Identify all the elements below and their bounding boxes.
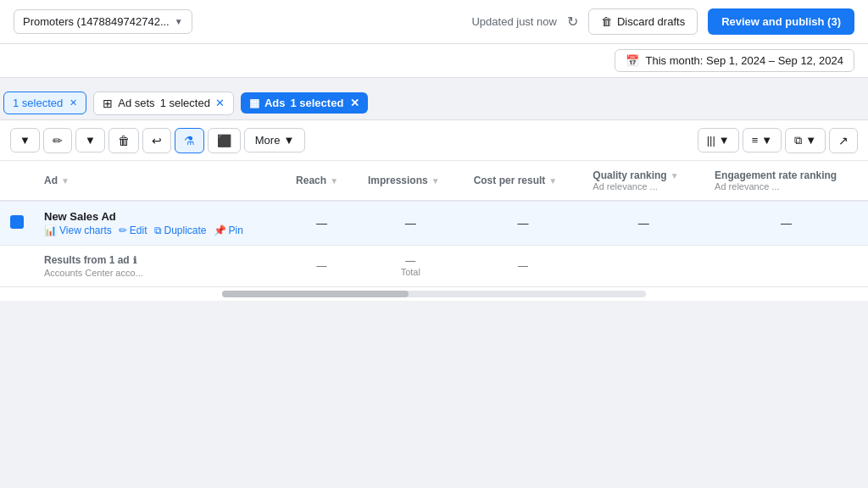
col-label-cost: Cost per result xyxy=(474,175,546,186)
col-sub-quality: Ad relevance ... xyxy=(593,181,694,191)
results-reach: — xyxy=(286,246,358,287)
reports-chevron: ▼ xyxy=(805,134,816,147)
sort-arrow-quality: ▼ xyxy=(670,171,679,180)
pin-btn[interactable]: 📌 Pin xyxy=(214,225,243,236)
adsets-filter-chip[interactable]: ⊞ Ad sets 1 selected ✕ xyxy=(93,92,234,115)
export-button[interactable]: ↗ xyxy=(829,128,858,153)
ads-table: Ad ▼ Reach ▼ Impressions ▼ xyxy=(0,161,868,287)
results-quality xyxy=(582,246,704,287)
calendar-icon: 📅 xyxy=(626,54,639,67)
reports-button[interactable]: ⧉ ▼ xyxy=(785,128,826,153)
edit-icon: ✏ xyxy=(119,225,127,236)
col-header-ad[interactable]: Ad ▼ xyxy=(34,161,286,201)
date-bar: 📅 This month: Sep 1, 2024 – Sep 12, 2024 xyxy=(0,44,868,78)
col-header-quality[interactable]: Quality ranking ▼ Ad relevance ... xyxy=(582,161,704,201)
col-label-impressions: Impressions xyxy=(368,175,428,186)
pin-label: Pin xyxy=(229,225,243,236)
scrollbar-track[interactable] xyxy=(222,291,646,297)
results-summary-row: Results from 1 ad ℹ Accounts Center acco… xyxy=(0,246,868,287)
account-name: Promoters (1478849742742... xyxy=(23,15,170,28)
top-bar: Promoters (1478849742742... ▼ Updated ju… xyxy=(0,0,868,44)
row-checkbox[interactable] xyxy=(10,215,24,229)
chevron-down-icon-2: ▼ xyxy=(85,134,96,147)
edit-button[interactable]: ✏ xyxy=(43,128,72,153)
table-row: New Sales Ad 📊 View charts ✏ Edit xyxy=(0,201,868,246)
results-cost: — xyxy=(464,246,583,287)
info-icon[interactable]: ℹ xyxy=(133,255,136,266)
adsets-selected-text: 1 selected xyxy=(160,97,210,109)
edit-dropdown-btn[interactable]: ▼ xyxy=(75,128,105,152)
scrollbar-thumb[interactable] xyxy=(222,291,409,297)
undo-button[interactable]: ↩ xyxy=(142,128,171,153)
filter-bar: 1 selected ✕ ⊞ Ad sets 1 selected ✕ ▦ Ad… xyxy=(0,78,868,120)
col-header-engagement[interactable]: Engagement rate ranking Ad relevance ... xyxy=(704,161,868,201)
sort-arrow-reach: ▼ xyxy=(330,176,338,186)
top-bar-right: Updated just now ↻ 🗑 Discard drafts Revi… xyxy=(471,8,854,35)
top-bar-left: Promoters (1478849742742... ▼ xyxy=(14,9,192,34)
impressions-cell: — xyxy=(358,201,464,246)
edit-btn[interactable]: ✏ Edit xyxy=(119,225,147,236)
campaigns-selected-text: 1 selected xyxy=(13,97,63,109)
col-label-ad: Ad xyxy=(44,175,58,186)
ads-tab[interactable]: ▦ Ads 1 selected ✕ xyxy=(241,92,368,114)
columns-chevron: ▼ xyxy=(719,134,730,147)
breakdown-button[interactable]: ≡ ▼ xyxy=(743,128,782,152)
chart-icon: 📊 xyxy=(44,225,57,236)
review-publish-button[interactable]: Review and publish (3) xyxy=(708,8,854,35)
horizontal-scrollbar-container xyxy=(0,287,868,301)
date-range-selector[interactable]: 📅 This month: Sep 1, 2024 – Sep 12, 2024 xyxy=(615,49,854,72)
adsets-close-icon[interactable]: ✕ xyxy=(215,97,225,109)
col-header-impressions[interactable]: Impressions ▼ xyxy=(358,161,464,201)
toolbar: ▼ ✏ ▼ 🗑 ↩ ⚗ ⬛ More ▼ ||| ▼ ≡ ▼ ⧉ ▼ ↗ xyxy=(0,120,868,161)
results-sub: Accounts Center acco... xyxy=(44,268,275,278)
campaigns-close-icon[interactable]: ✕ xyxy=(70,97,77,108)
col-sub-engagement: Ad relevance ... xyxy=(715,181,858,191)
col-label-engagement: Engagement rate ranking xyxy=(715,169,837,181)
discard-drafts-button[interactable]: 🗑 Discard drafts xyxy=(588,8,698,35)
edit-label: Edit xyxy=(130,225,147,236)
col-header-reach[interactable]: Reach ▼ xyxy=(286,161,358,201)
duplicate-label: Duplicate xyxy=(164,225,207,236)
trash-icon: 🗑 xyxy=(601,15,612,28)
more-chevron-icon: ▼ xyxy=(283,134,294,147)
breakdown-chevron: ▼ xyxy=(761,134,772,147)
account-dropdown[interactable]: Promoters (1478849742742... ▼ xyxy=(14,9,192,34)
pin-icon: 📌 xyxy=(214,225,226,236)
ads-table-container: Ad ▼ Reach ▼ Impressions ▼ xyxy=(0,161,868,287)
adsets-grid-icon: ⊞ xyxy=(103,97,113,110)
view-charts-label: View charts xyxy=(59,225,112,236)
results-engagement xyxy=(704,246,868,287)
adsets-label: Ad sets xyxy=(118,97,154,109)
campaigns-filter-chip[interactable]: 1 selected ✕ xyxy=(3,92,86,114)
results-label-cell: Results from 1 ad ℹ Accounts Center acco… xyxy=(34,246,286,287)
columns-button[interactable]: ||| ▼ xyxy=(698,128,739,152)
duplicate-btn[interactable]: ⧉ Duplicate xyxy=(154,225,207,236)
ads-close-icon[interactable]: ✕ xyxy=(350,97,359,109)
refresh-button[interactable]: ↻ xyxy=(567,14,578,30)
more-label: More xyxy=(255,134,281,147)
sort-arrow-ad: ▼ xyxy=(61,176,70,186)
quality-cell: — xyxy=(582,201,704,246)
delete-button[interactable]: 🗑 xyxy=(108,128,139,153)
row-checkbox-cell[interactable] xyxy=(0,201,34,246)
test-button[interactable]: ⚗ xyxy=(175,128,204,153)
chevron-down-icon: ▼ xyxy=(175,17,183,26)
sort-arrow-cost: ▼ xyxy=(548,176,557,186)
checkbox-header xyxy=(0,161,34,201)
copy-icon: ⧉ xyxy=(794,134,802,147)
dropdown-btn-1[interactable]: ▼ xyxy=(10,128,40,152)
updated-text: Updated just now xyxy=(471,15,556,28)
reach-cell: — xyxy=(286,201,358,246)
col-header-cost[interactable]: Cost per result ▼ xyxy=(464,161,583,201)
sort-arrow-impressions: ▼ xyxy=(431,176,440,186)
more-button[interactable]: More ▼ xyxy=(244,128,306,152)
engagement-cell: — xyxy=(704,201,868,246)
breakdown-icon: ≡ xyxy=(752,134,759,147)
preview-button[interactable]: ⬛ xyxy=(208,128,241,153)
view-charts-btn[interactable]: 📊 View charts xyxy=(44,225,112,236)
cost-cell: — xyxy=(464,201,583,246)
ad-name-cell: New Sales Ad 📊 View charts ✏ Edit xyxy=(34,201,286,246)
columns-icon: ||| xyxy=(707,134,715,147)
results-impressions-value: — xyxy=(368,255,453,267)
ads-label: Ads xyxy=(264,97,286,109)
